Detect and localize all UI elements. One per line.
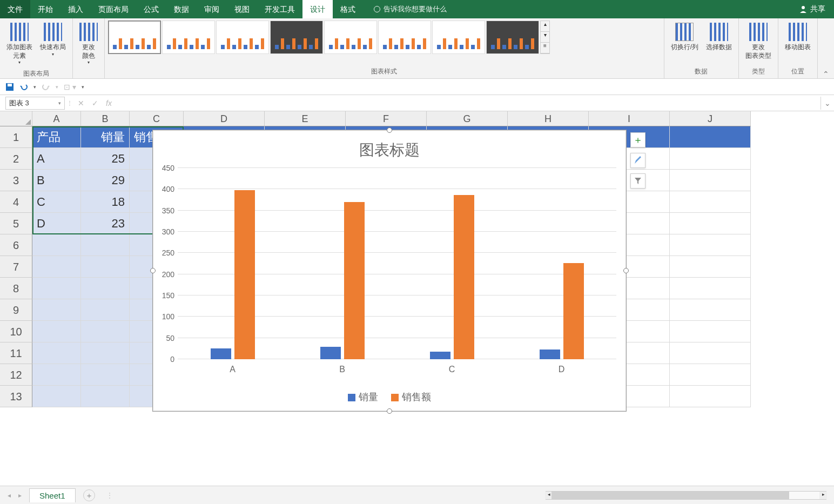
cancel-icon[interactable]: ✕ [78, 99, 84, 107]
chart-filters-button[interactable] [630, 173, 645, 189]
menu-tab-审阅[interactable]: 审阅 [197, 0, 227, 18]
save-icon[interactable] [5, 83, 14, 91]
resize-handle[interactable] [387, 408, 392, 414]
cell[interactable] [670, 256, 751, 278]
cell[interactable] [670, 148, 751, 170]
cell[interactable] [32, 278, 81, 299]
cell[interactable]: 销量 [81, 126, 130, 148]
cell[interactable] [81, 386, 130, 407]
cell[interactable]: 18 [81, 191, 130, 213]
chart-style-thumb[interactable] [486, 21, 539, 54]
chart-style-thumb[interactable] [432, 21, 485, 54]
cell[interactable]: C [32, 191, 81, 213]
cell[interactable]: 25 [81, 148, 130, 170]
name-box[interactable]: 图表 3▾ [5, 97, 65, 110]
cell[interactable] [81, 234, 130, 256]
cell[interactable] [670, 321, 751, 342]
column-header[interactable]: G [427, 111, 508, 126]
chart-elements-button[interactable]: ＋ [630, 132, 645, 147]
row-header[interactable]: 3 [0, 170, 32, 191]
row-header[interactable]: 11 [0, 342, 32, 364]
redo-icon[interactable] [42, 83, 50, 91]
column-header[interactable]: A [32, 111, 81, 126]
bar[interactable] [430, 352, 450, 359]
quick-layout-button[interactable]: 快速布局▾ [37, 21, 69, 68]
row-header[interactable]: 2 [0, 148, 32, 170]
row-header[interactable]: 4 [0, 191, 32, 213]
select-all-corner[interactable] [0, 111, 32, 126]
undo-dropdown[interactable]: ▾ [33, 84, 36, 90]
cell[interactable] [32, 386, 81, 407]
chart-styles-button[interactable] [630, 153, 645, 168]
menu-tab-设计[interactable]: 设计 [302, 0, 333, 18]
column-header[interactable]: J [670, 111, 751, 126]
add-chart-element-button[interactable]: 添加图表 元素▾ [3, 21, 36, 68]
cell[interactable] [32, 321, 81, 342]
cell[interactable] [32, 299, 81, 321]
cell[interactable] [81, 342, 130, 364]
bar[interactable] [234, 190, 255, 359]
cell[interactable] [81, 321, 130, 342]
cell[interactable] [32, 364, 81, 386]
cell[interactable] [670, 126, 751, 148]
chart-style-thumb[interactable] [108, 21, 161, 54]
fx-icon[interactable]: fx [106, 99, 112, 107]
row-header[interactable]: 12 [0, 364, 32, 386]
cell[interactable] [670, 342, 751, 364]
menu-tab-开发工具[interactable]: 开发工具 [257, 0, 302, 18]
horizontal-scrollbar[interactable]: ◂▸ [546, 491, 826, 500]
move-chart-button[interactable]: 移动图表 [782, 21, 814, 54]
chart-style-thumb[interactable] [378, 21, 431, 54]
column-header[interactable]: B [81, 111, 130, 126]
share-button[interactable]: 共享 [791, 4, 834, 14]
cell[interactable]: 产品 [32, 126, 81, 148]
resize-handle[interactable] [150, 268, 156, 273]
cell[interactable] [670, 234, 751, 256]
cell[interactable] [670, 170, 751, 191]
select-data-button[interactable]: 选择数据 [703, 21, 735, 54]
cell[interactable]: D [32, 213, 81, 234]
chart-title[interactable]: 图表标题 [153, 130, 626, 164]
row-header[interactable]: 7 [0, 256, 32, 278]
bar[interactable] [344, 202, 365, 359]
menu-tab-开始[interactable]: 开始 [30, 0, 60, 18]
row-header[interactable]: 6 [0, 234, 32, 256]
menu-tab-公式[interactable]: 公式 [136, 0, 166, 18]
styles-scroll[interactable]: ▴▾≡ [540, 21, 550, 54]
cell[interactable] [32, 342, 81, 364]
undo-icon[interactable] [19, 83, 28, 91]
row-header[interactable]: 9 [0, 299, 32, 321]
cell[interactable] [670, 299, 751, 321]
menu-tab-数据[interactable]: 数据 [166, 0, 197, 18]
column-header[interactable]: E [265, 111, 346, 126]
row-header[interactable]: 1 [0, 126, 32, 148]
confirm-icon[interactable]: ✓ [92, 99, 98, 107]
cell[interactable] [81, 364, 130, 386]
change-colors-button[interactable]: 更改 颜色▾ [76, 21, 101, 68]
formula-input[interactable] [121, 97, 821, 110]
menu-tab-页面布局[interactable]: 页面布局 [91, 0, 136, 18]
menu-tab-文件[interactable]: 文件 [0, 0, 30, 18]
menu-tab-插入[interactable]: 插入 [60, 0, 91, 18]
bar[interactable] [540, 350, 560, 359]
collapse-ribbon-button[interactable]: ⌃ [818, 18, 834, 78]
column-header[interactable]: C [130, 111, 184, 126]
cell[interactable]: 29 [81, 170, 130, 191]
chart-style-thumb[interactable] [324, 21, 377, 54]
cell[interactable] [670, 364, 751, 386]
bar[interactable] [320, 347, 341, 359]
embedded-chart[interactable]: 图表标题 050100150200250300350400450ABCD 销量销… [152, 130, 627, 412]
cell[interactable] [81, 299, 130, 321]
column-header[interactable]: H [508, 111, 589, 126]
cell[interactable] [81, 256, 130, 278]
bar[interactable] [211, 348, 231, 359]
add-sheet-button[interactable]: ＋ [83, 489, 95, 501]
cell[interactable] [670, 213, 751, 234]
row-header[interactable]: 5 [0, 213, 32, 234]
cell[interactable]: 23 [81, 213, 130, 234]
sheet-tab-active[interactable]: Sheet1 [29, 488, 76, 502]
cell[interactable] [32, 256, 81, 278]
chart-style-thumb[interactable] [162, 21, 215, 54]
sheet-nav[interactable]: ◂▸ [0, 490, 29, 500]
bar[interactable] [454, 195, 474, 359]
